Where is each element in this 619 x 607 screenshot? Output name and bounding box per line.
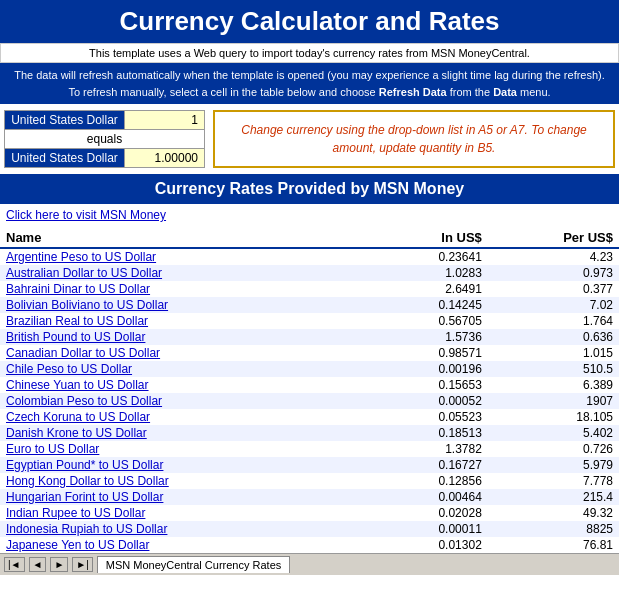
currency-name-cell[interactable]: Chinese Yuan to US Dollar xyxy=(0,377,370,393)
table-row: Bolivian Boliviano to US Dollar0.142457.… xyxy=(0,297,619,313)
msn-link[interactable]: Click here to visit MSN Money xyxy=(6,208,166,222)
currency-name-cell[interactable]: Brazilian Real to US Dollar xyxy=(0,313,370,329)
table-row: Chinese Yuan to US Dollar0.156536.389 xyxy=(0,377,619,393)
currency-name-cell[interactable]: Hungarian Forint to US Dollar xyxy=(0,489,370,505)
currency-link[interactable]: Hong Kong Dollar to US Dollar xyxy=(6,474,169,488)
currency-per-us: 6.389 xyxy=(488,377,619,393)
table-row: Argentine Peso to US Dollar0.236414.23 xyxy=(0,248,619,265)
sheet-tab-active[interactable]: MSN MoneyCentral Currency Rates xyxy=(97,556,290,573)
currency-in-us: 0.02028 xyxy=(370,505,487,521)
currency-name-cell[interactable]: Australian Dollar to US Dollar xyxy=(0,265,370,281)
table-row: Chile Peso to US Dollar0.00196510.5 xyxy=(0,361,619,377)
currency-name-cell[interactable]: Egyptian Pound* to US Dollar xyxy=(0,457,370,473)
currency-per-us: 18.105 xyxy=(488,409,619,425)
table-row: Egyptian Pound* to US Dollar0.167275.979 xyxy=(0,457,619,473)
currency-per-us: 5.979 xyxy=(488,457,619,473)
currency-name-cell[interactable]: Chile Peso to US Dollar xyxy=(0,361,370,377)
currency-per-us: 49.32 xyxy=(488,505,619,521)
currency-name-cell[interactable]: Colombian Peso to US Dollar xyxy=(0,393,370,409)
currency-name-cell[interactable]: Bahraini Dinar to US Dollar xyxy=(0,281,370,297)
currency-link[interactable]: Bahraini Dinar to US Dollar xyxy=(6,282,150,296)
info-text-1: This template uses a Web query to import… xyxy=(89,47,530,59)
currency-per-us: 8825 xyxy=(488,521,619,537)
currency-per-us: 0.973 xyxy=(488,265,619,281)
currency-in-us: 1.0283 xyxy=(370,265,487,281)
calc-label-to[interactable]: United States Dollar xyxy=(5,149,125,168)
currency-link[interactable]: Australian Dollar to US Dollar xyxy=(6,266,162,280)
rates-table: Name In US$ Per US$ Argentine Peso to US… xyxy=(0,226,619,553)
currency-name-cell[interactable]: Canadian Dollar to US Dollar xyxy=(0,345,370,361)
currency-link[interactable]: Brazilian Real to US Dollar xyxy=(6,314,148,328)
tab-nav-prev[interactable]: ◄ xyxy=(29,557,47,572)
currency-in-us: 0.00196 xyxy=(370,361,487,377)
table-row: Japanese Yen to US Dollar0.0130276.81 xyxy=(0,537,619,553)
table-row: Danish Krone to US Dollar0.185135.402 xyxy=(0,425,619,441)
info-text-2: The data will refresh automatically when… xyxy=(14,69,605,98)
currency-link[interactable]: Indian Rupee to US Dollar xyxy=(6,506,145,520)
currency-name-cell[interactable]: Japanese Yen to US Dollar xyxy=(0,537,370,553)
calc-row-equals: equals xyxy=(5,130,205,149)
calc-label-from[interactable]: United States Dollar xyxy=(5,111,125,130)
currency-link[interactable]: Bolivian Boliviano to US Dollar xyxy=(6,298,168,312)
table-row: Hong Kong Dollar to US Dollar0.128567.77… xyxy=(0,473,619,489)
table-row: Colombian Peso to US Dollar0.000521907 xyxy=(0,393,619,409)
currency-per-us: 76.81 xyxy=(488,537,619,553)
currency-name-cell[interactable]: Czech Koruna to US Dollar xyxy=(0,409,370,425)
currency-in-us: 2.6491 xyxy=(370,281,487,297)
table-row: Indian Rupee to US Dollar0.0202849.32 xyxy=(0,505,619,521)
calc-row-1: United States Dollar 1 xyxy=(5,111,205,130)
currency-name-cell[interactable]: Hong Kong Dollar to US Dollar xyxy=(0,473,370,489)
currency-link[interactable]: Argentine Peso to US Dollar xyxy=(6,250,156,264)
currency-link[interactable]: Hungarian Forint to US Dollar xyxy=(6,490,163,504)
currency-link[interactable]: Egyptian Pound* to US Dollar xyxy=(6,458,163,472)
calculator-table: United States Dollar 1 equals United Sta… xyxy=(4,110,205,168)
currency-in-us: 0.98571 xyxy=(370,345,487,361)
currency-name-cell[interactable]: Danish Krone to US Dollar xyxy=(0,425,370,441)
calc-hint: Change currency using the drop-down list… xyxy=(213,110,615,168)
table-row: Indonesia Rupiah to US Dollar0.000118825 xyxy=(0,521,619,537)
currency-link[interactable]: Canadian Dollar to US Dollar xyxy=(6,346,160,360)
currency-link[interactable]: Indonesia Rupiah to US Dollar xyxy=(6,522,167,536)
currency-link[interactable]: Euro to US Dollar xyxy=(6,442,99,456)
currency-in-us: 0.16727 xyxy=(370,457,487,473)
tab-bar: |◄ ◄ ► ►| MSN MoneyCentral Currency Rate… xyxy=(0,553,619,575)
currency-name-cell[interactable]: Indian Rupee to US Dollar xyxy=(0,505,370,521)
col-per-header: Per US$ xyxy=(488,226,619,248)
currency-link[interactable]: Danish Krone to US Dollar xyxy=(6,426,147,440)
currency-in-us: 0.14245 xyxy=(370,297,487,313)
app-header: Currency Calculator and Rates xyxy=(0,0,619,43)
currency-link[interactable]: Chile Peso to US Dollar xyxy=(6,362,132,376)
currency-name-cell[interactable]: Bolivian Boliviano to US Dollar xyxy=(0,297,370,313)
currency-per-us: 4.23 xyxy=(488,248,619,265)
table-row: Bahraini Dinar to US Dollar2.64910.377 xyxy=(0,281,619,297)
tab-nav-last[interactable]: ►| xyxy=(72,557,93,572)
currency-link[interactable]: British Pound to US Dollar xyxy=(6,330,145,344)
calculator-section: United States Dollar 1 equals United Sta… xyxy=(0,104,619,174)
calc-value-to: 1.00000 xyxy=(125,149,205,168)
currency-per-us: 7.02 xyxy=(488,297,619,313)
currency-per-us: 0.726 xyxy=(488,441,619,457)
table-row: Hungarian Forint to US Dollar0.00464215.… xyxy=(0,489,619,505)
tab-nav-first[interactable]: |◄ xyxy=(4,557,25,572)
calc-value-from[interactable]: 1 xyxy=(125,111,205,130)
currency-name-cell[interactable]: Euro to US Dollar xyxy=(0,441,370,457)
table-row: British Pound to US Dollar1.57360.636 xyxy=(0,329,619,345)
tab-nav-next[interactable]: ► xyxy=(50,557,68,572)
currency-link[interactable]: Colombian Peso to US Dollar xyxy=(6,394,162,408)
currency-link[interactable]: Chinese Yuan to US Dollar xyxy=(6,378,149,392)
currency-link[interactable]: Japanese Yen to US Dollar xyxy=(6,538,149,552)
currency-name-cell[interactable]: Indonesia Rupiah to US Dollar xyxy=(0,521,370,537)
currency-per-us: 215.4 xyxy=(488,489,619,505)
currency-per-us: 0.377 xyxy=(488,281,619,297)
info-bar-2: The data will refresh automatically when… xyxy=(0,63,619,104)
currency-name-cell[interactable]: British Pound to US Dollar xyxy=(0,329,370,345)
col-name-header: Name xyxy=(0,226,370,248)
currency-link[interactable]: Czech Koruna to US Dollar xyxy=(6,410,150,424)
currency-in-us: 0.18513 xyxy=(370,425,487,441)
currency-name-cell[interactable]: Argentine Peso to US Dollar xyxy=(0,248,370,265)
currency-in-us: 1.3782 xyxy=(370,441,487,457)
table-row: Czech Koruna to US Dollar0.0552318.105 xyxy=(0,409,619,425)
table-row: Australian Dollar to US Dollar1.02830.97… xyxy=(0,265,619,281)
calc-equals: equals xyxy=(5,130,205,149)
calc-row-2: United States Dollar 1.00000 xyxy=(5,149,205,168)
